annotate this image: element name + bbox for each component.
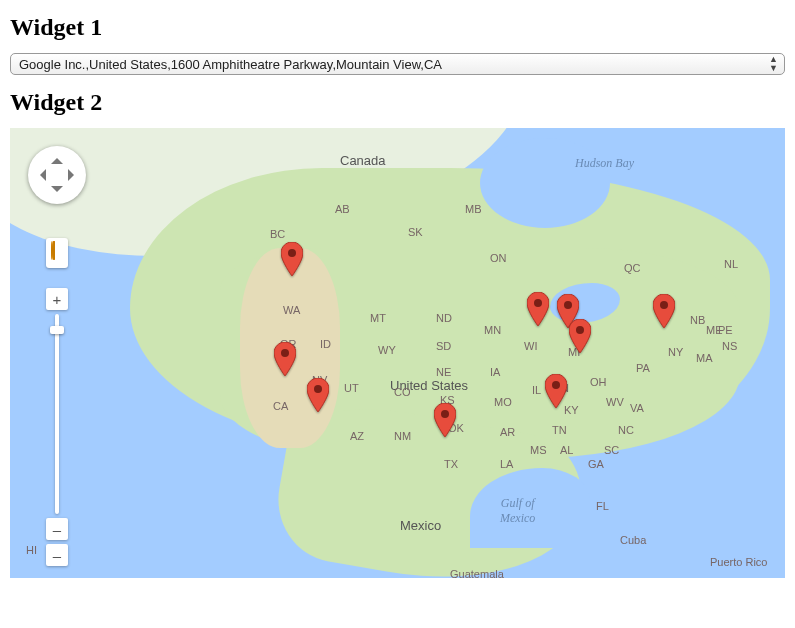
map-marker-ne-marker[interactable] (653, 294, 675, 328)
svg-point-2 (314, 385, 322, 393)
svg-point-0 (288, 249, 296, 257)
pegman-control[interactable] (46, 238, 68, 268)
zoom-in-button[interactable]: + (46, 288, 68, 310)
svg-point-3 (441, 410, 449, 418)
zoom-control: + – – (46, 288, 68, 566)
svg-point-5 (564, 301, 572, 309)
widget1-heading: Widget 1 (10, 14, 795, 41)
map-marker-wa-marker[interactable] (281, 242, 303, 276)
svg-point-4 (534, 299, 542, 307)
map-marker-ca-marker[interactable] (274, 342, 296, 376)
pan-north-icon[interactable] (51, 152, 63, 164)
svg-point-8 (660, 301, 668, 309)
widget2-heading: Widget 2 (10, 89, 795, 116)
svg-point-6 (576, 326, 584, 334)
pegman-icon (51, 242, 63, 264)
map-marker-wi-marker[interactable] (527, 292, 549, 326)
location-select[interactable]: Google Inc.,United States,1600 Amphithea… (10, 53, 785, 75)
map-marker-tn-marker[interactable] (545, 374, 567, 408)
svg-point-1 (281, 349, 289, 357)
zoom-slider-track[interactable] (55, 314, 59, 514)
zoom-out-mid-button[interactable]: – (46, 518, 68, 540)
map-marker-az-marker[interactable] (307, 378, 329, 412)
map[interactable]: Canada United States Mexico Hudson Bay G… (10, 128, 785, 578)
pan-west-icon[interactable] (34, 169, 46, 181)
zoom-slider-handle[interactable] (50, 326, 64, 334)
map-marker-mi-marker[interactable] (569, 319, 591, 353)
pan-south-icon[interactable] (51, 186, 63, 198)
zoom-out-full-button[interactable]: – (46, 544, 68, 566)
svg-point-7 (552, 381, 560, 389)
pan-control[interactable] (28, 146, 86, 204)
location-select-value: Google Inc.,United States,1600 Amphithea… (19, 57, 442, 72)
map-marker-tx-marker[interactable] (434, 403, 456, 437)
map-viewport[interactable]: Canada United States Mexico Hudson Bay G… (10, 128, 785, 578)
select-arrows-icon: ▲▼ (769, 55, 778, 73)
hudson-bay (480, 138, 610, 228)
pan-east-icon[interactable] (68, 169, 80, 181)
